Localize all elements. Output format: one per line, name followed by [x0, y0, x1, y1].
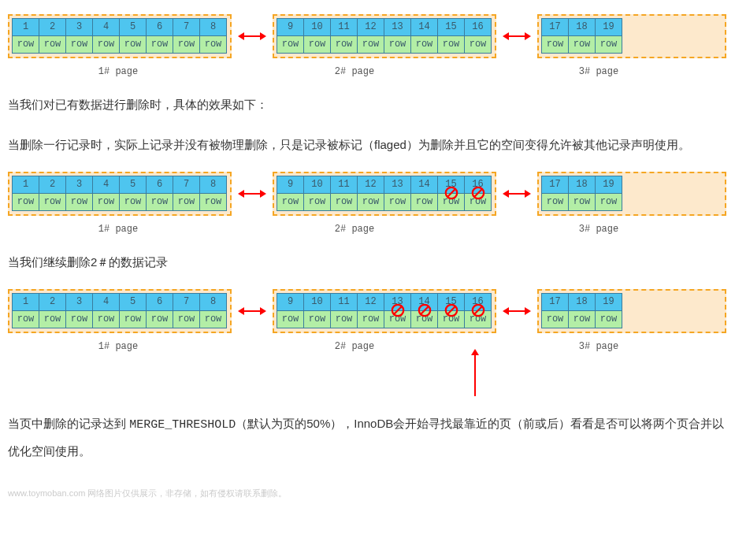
empty-space: [622, 19, 725, 54]
header-cell: 19: [595, 18, 622, 36]
paragraph: 当我们继续删除2＃的数据记录: [8, 249, 727, 275]
header-cell: 10: [303, 18, 331, 36]
page-2: 9 10 11 12 13 14 15 16 row row row row r…: [273, 14, 496, 58]
data-cell: row: [410, 35, 438, 54]
header-cell: 3: [65, 18, 93, 36]
paragraph: 当删除一行记录时，实际上记录并没有被物理删除，只是记录被标记（flaged）为删…: [8, 132, 727, 158]
data-cell: row: [277, 35, 304, 54]
data-cell: row: [65, 35, 93, 54]
empty-space: [622, 176, 725, 211]
svg-marker-3: [503, 32, 509, 40]
page-1: 1 2 3 4 5 6 7 8 row row row row row row …: [8, 289, 232, 333]
page-3: 17 18 19 row row row: [537, 289, 726, 333]
data-cell: row: [384, 35, 411, 54]
svg-marker-2: [260, 32, 266, 40]
svg-line-22: [421, 306, 429, 314]
double-arrow-icon: [236, 306, 268, 317]
header-cell: 15: [437, 18, 465, 36]
svg-line-10: [447, 189, 455, 197]
data-cell: row: [357, 35, 384, 54]
svg-marker-6: [238, 190, 244, 198]
svg-marker-8: [260, 190, 266, 198]
double-arrow-icon: [236, 31, 268, 42]
svg-marker-18: [260, 307, 266, 315]
page-label: 1# page: [8, 66, 228, 77]
forbidden-icon: [444, 186, 458, 200]
page-label: 2# page: [228, 66, 481, 77]
data-cell: row: [595, 35, 622, 54]
header-cell: 14: [410, 18, 438, 36]
forbidden-icon: [444, 303, 458, 317]
svg-marker-29: [525, 307, 531, 315]
empty-space: [622, 294, 725, 328]
header-cell: 2: [39, 18, 66, 36]
double-arrow-icon: [501, 188, 533, 199]
code-text: MERGE_THRESHOLD: [129, 418, 236, 432]
header-cell: 13: [384, 18, 411, 36]
double-arrow-icon: [236, 188, 268, 199]
header-cell: 12: [357, 18, 384, 36]
data-cell: row: [464, 35, 492, 54]
data-cell: row: [437, 35, 465, 54]
svg-marker-15: [525, 190, 531, 198]
data-cell: row: [146, 35, 173, 54]
svg-line-12: [474, 189, 482, 197]
paragraph: 当我们对已有数据进行删除时，具体的效果如下：: [8, 91, 727, 117]
data-cell: row: [39, 35, 66, 54]
data-cell: row: [119, 35, 147, 54]
paragraph: 当页中删除的记录达到 MERGE_THRESHOLD（默认为页的50%），Inn…: [8, 410, 727, 464]
page-1: 1 2 3 4 5 6 7 8 row row row row row row …: [8, 172, 232, 216]
header-cell: 7: [173, 18, 200, 36]
forbidden-icon: [391, 303, 405, 317]
page-label: 3# page: [481, 66, 717, 77]
svg-marker-0: [238, 32, 244, 40]
header-cell: 4: [92, 18, 120, 36]
header-cell: 8: [199, 18, 227, 36]
header-cell: 11: [330, 18, 358, 36]
svg-marker-27: [503, 307, 509, 315]
up-arrow-icon: [8, 349, 575, 396]
data-cell: row: [92, 35, 120, 54]
svg-line-24: [447, 306, 455, 314]
header-cell: 6: [146, 18, 173, 36]
header-cell: 9: [277, 18, 304, 36]
svg-marker-5: [525, 32, 531, 40]
header-cell: 1: [12, 18, 39, 36]
data-cell: row: [173, 35, 200, 54]
svg-line-26: [474, 306, 482, 314]
page-2: 9 10 11 12 13 14 15 16 row row row row r…: [273, 172, 496, 216]
page-3: 17 18 19 row row row: [537, 172, 726, 216]
header-cell: 17: [541, 18, 569, 36]
data-cell: row: [541, 35, 569, 54]
forbidden-icon: [471, 186, 485, 200]
data-cell: row: [568, 35, 596, 54]
header-cell: 5: [119, 18, 147, 36]
data-cell: row: [330, 35, 358, 54]
header-cell: 16: [464, 18, 492, 36]
double-arrow-icon: [501, 306, 533, 317]
page-1: 1 2 3 4 5 6 7 8 row row row row row row …: [8, 14, 232, 58]
double-arrow-icon: [501, 31, 533, 42]
header-cell: 18: [568, 18, 596, 36]
data-cell: row: [12, 35, 39, 54]
data-cell: row: [303, 35, 331, 54]
data-cell: row: [199, 35, 227, 54]
forbidden-icon: [471, 303, 485, 317]
diagram-3: 1 2 3 4 5 6 7 8 row row row row row row …: [8, 289, 727, 333]
svg-marker-13: [503, 190, 509, 198]
diagram-2: 1 2 3 4 5 6 7 8 row row row row row row …: [8, 172, 727, 216]
forbidden-icon: [418, 303, 432, 317]
page-2: 9 10 11 12 13 14 15 16 row row row row r…: [273, 289, 496, 333]
page-3: 17 18 19 row row row: [537, 14, 726, 58]
svg-marker-16: [238, 307, 244, 315]
diagram-1: 1 2 3 4 5 6 7 8 row row row row row row …: [8, 14, 727, 58]
watermark-text: www.toymoban.com 网络图片仅供展示，非存储，如有侵权请联系删除。: [8, 488, 727, 499]
svg-line-20: [394, 306, 402, 314]
svg-marker-30: [471, 349, 479, 355]
